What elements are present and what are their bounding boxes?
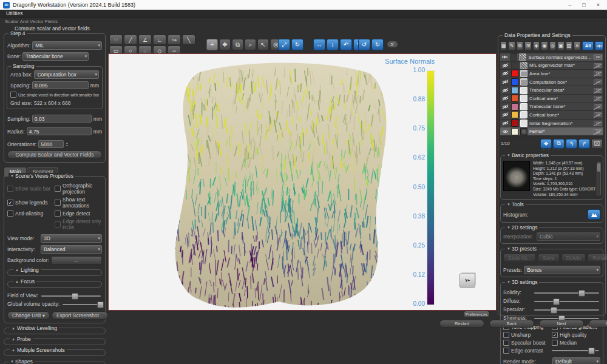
rotate-page-left-button[interactable]: ↶ [340,39,352,50]
duplicate-button[interactable]: ⧉ [517,41,523,50]
collapse-triangle-icon[interactable]: ▼ [507,247,510,251]
layer-color-swatch[interactable] [510,53,517,61]
layer-row[interactable]: Area box*3D [500,70,603,78]
minimize-button[interactable]: – [568,2,571,8]
rotate-ccw-button[interactable]: ↺ [358,39,370,50]
image-button[interactable]: ▣ [557,41,564,50]
angle-tool[interactable]: ∠ [138,35,152,45]
area-box-dropdown[interactable]: Computation box [34,70,99,79]
specular-slider[interactable] [534,307,599,312]
hidden-eye-icon[interactable] [501,96,509,101]
fit-view-button[interactable]: ⤢ [278,39,290,50]
layer-color-swatch[interactable] [511,95,518,102]
radius-input[interactable]: 4.75 [27,127,92,135]
layer-color-swatch[interactable] [511,111,518,118]
restart-button[interactable]: Restart [439,320,484,328]
rotate-cw-button[interactable]: ↻ [371,39,384,50]
solidity-slider[interactable] [534,290,599,295]
edit-button[interactable]: ✎ [508,41,515,50]
background-color-button[interactable]: ... [51,256,102,265]
not-in-3d-icon[interactable]: 3D [594,63,602,68]
collapse-triangle-icon[interactable]: ▼ [507,203,510,206]
hidden-eye-icon[interactable] [501,71,509,76]
specular-boost-checkbox[interactable]: Specular boost [503,340,552,346]
multi-point-tool[interactable]: ∷ [109,35,123,45]
panel-resize-handle[interactable]: · · · · [498,149,605,152]
hidden-eye-icon[interactable] [501,79,509,84]
layer-color-swatch[interactable] [511,103,518,110]
maximize-button[interactable]: □ [582,2,585,8]
show-scale-bar-checkbox[interactable]: Show scale bar [7,183,55,195]
layer-row[interactable]: Initial Segmentation*3D [500,120,603,128]
edge-detect-checkbox[interactable]: Edge detect [55,211,102,217]
collapse-triangle-icon[interactable]: ▼ [10,360,14,363]
sphere-button[interactable]: ◉ [541,41,548,50]
hidden-eye-icon[interactable] [501,104,509,109]
layer-row[interactable]: Computation box*3D [500,78,603,87]
layer-row[interactable]: Trabecular area*3D [500,86,603,95]
orientations-input[interactable]: 5000 [38,140,64,148]
save-as-preset-button[interactable]: Save As... [503,254,536,262]
edge-detect-only-rois-checkbox[interactable]: Edge detect only ROIs [55,218,102,231]
copy-view-tool[interactable]: ⧉ [232,39,243,50]
delete-preset-button[interactable]: Delete [561,254,586,262]
layer-row[interactable]: Trabecular bone*3D [500,103,603,112]
fov-slider[interactable] [41,293,101,298]
zoom-tool[interactable]: ⌕ [245,39,256,50]
opacity-slider[interactable] [63,302,101,307]
spacing-input[interactable]: 0.095 [32,81,89,89]
crosshair-tool[interactable]: + [206,39,218,50]
export-layer-button[interactable]: ↰ [566,139,577,149]
perpendicular-angle-tool[interactable]: ∟ [153,35,166,45]
edge-contrast-slider[interactable] [552,348,599,353]
3d-viewport[interactable]: Surface Normals 1.000.880.750.620.500.38… [108,53,497,311]
mesh-button[interactable]: ◈ [533,41,540,50]
menu-utilities[interactable]: Utilities [6,10,22,16]
orthographic-projection-checkbox[interactable]: Orthographic projection [55,183,102,195]
not-in-3d-icon[interactable]: 3D [594,121,602,126]
not-in-3d-icon[interactable]: 3D [594,71,602,76]
hidden-eye-icon[interactable] [501,112,509,117]
collapse-triangle-icon[interactable]: ▼ [507,153,510,157]
import-layer-button[interactable]: ↱ [578,139,590,149]
layer-row[interactable]: Surface normals eigenvector max*3D [500,53,603,62]
orientations-spinner[interactable]: ▴▾ [66,142,67,147]
all-button[interactable]: All [582,41,594,50]
orientation-cube[interactable]: Y+ [459,274,475,288]
texture-button[interactable]: ▨ [566,41,572,50]
save-preset-button[interactable]: Save [538,254,559,262]
sampling-input[interactable]: 0.03 [32,115,92,123]
close-button[interactable]: × [597,2,600,8]
unsharp-checkbox[interactable]: Unsharp [503,332,552,338]
back-button[interactable]: Back [489,320,534,328]
histogram-button[interactable] [588,209,600,220]
layer-color-swatch[interactable] [511,120,518,127]
dataset-button[interactable]: ⊞ [524,41,531,50]
export-screenshot-button[interactable]: Export Screenshot... [52,311,108,320]
lighting-section[interactable]: ▲ Lighting [7,269,102,276]
table-view-button[interactable]: ▦ [500,41,507,50]
hidden-eye-icon[interactable] [501,121,509,126]
render-mode-dropdown[interactable]: Default [552,357,600,364]
reset-rotation-button[interactable]: ↻ [291,39,304,50]
layer-row[interactable]: MIL eigenvector max*3D [500,62,603,70]
window-levelling-section[interactable]: ▲ Window Levelling [4,328,106,334]
annotate-arrow-tool[interactable]: ↖ [257,39,269,50]
high-quality-checkbox[interactable]: ✓High quality [552,332,600,338]
hidden-eye-icon[interactable] [501,63,509,68]
flip-horizontal-button[interactable]: ↔ [313,39,325,50]
ring-button[interactable]: ◎ [549,41,556,50]
rename-preset-button[interactable]: Rename... [588,254,607,262]
algorithm-dropdown[interactable]: MIL [32,41,102,50]
layer-color-swatch[interactable] [511,128,518,135]
median-checkbox[interactable]: Median [552,340,600,346]
scrollbar[interactable] [597,162,601,195]
interactivity-dropdown[interactable]: Balanced [41,245,102,254]
change-unit-button[interactable]: Change Unit ▾ [7,311,50,320]
compute-button[interactable]: Compute Scalar and Vector Fields [7,150,102,159]
collapse-triangle-icon[interactable]: ▼ [10,174,14,178]
single-voxel-checkbox[interactable] [10,92,16,98]
layer-row[interactable]: Femur*3D [500,127,603,136]
collapse-triangle-icon[interactable]: ▼ [507,226,510,229]
layer-row[interactable]: Cortical area*3D [500,95,603,103]
